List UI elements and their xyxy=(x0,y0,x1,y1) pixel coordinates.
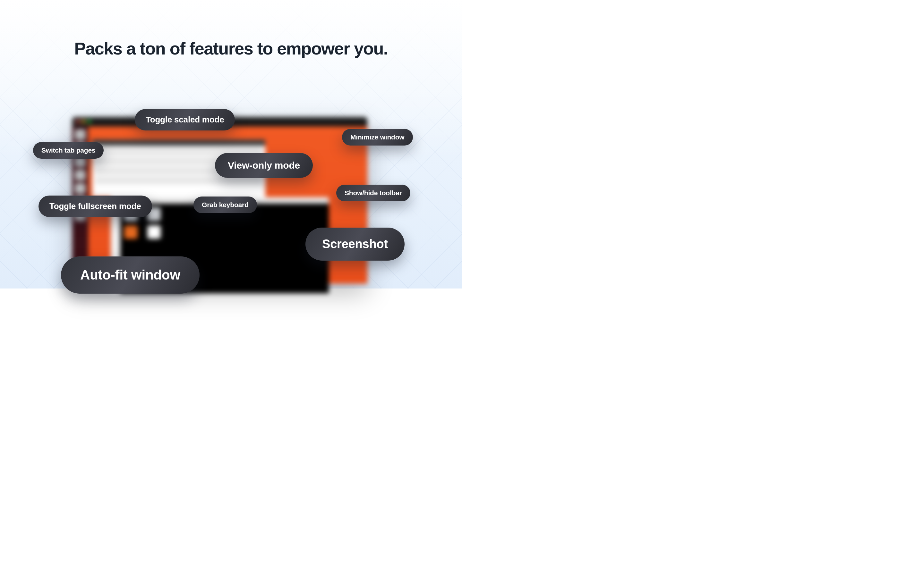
firefox-icon xyxy=(124,226,137,239)
pill-screenshot: Screenshot xyxy=(305,227,405,261)
promo-stage: Packs a ton of features to empower you. xyxy=(0,0,462,288)
close-dot-icon xyxy=(76,120,79,123)
document-icon xyxy=(147,226,161,239)
file-manager-titlebar xyxy=(92,139,265,146)
pill-minimize-window: Minimize window xyxy=(342,129,413,145)
pill-show-hide-toolbar: Show/hide toolbar xyxy=(336,185,410,201)
pill-toggle-fullscreen: Toggle fullscreen mode xyxy=(39,195,152,217)
minimize-dot-icon xyxy=(82,120,86,123)
pill-auto-fit-window: Auto-fit window xyxy=(61,256,200,293)
pill-toggle-scaled-mode: Toggle scaled mode xyxy=(135,109,235,131)
pill-switch-tab-pages: Switch tab pages xyxy=(33,142,103,159)
zoom-dot-icon xyxy=(87,120,91,123)
pill-grab-keyboard: Grab keyboard xyxy=(194,197,257,213)
dock-app-icon xyxy=(75,129,86,140)
traffic-lights xyxy=(76,120,91,123)
dock-app-icon xyxy=(75,183,86,194)
headline: Packs a ton of features to empower you. xyxy=(0,39,462,58)
pill-view-only-mode: View-only mode xyxy=(215,153,313,178)
dock-app-icon xyxy=(75,169,86,181)
